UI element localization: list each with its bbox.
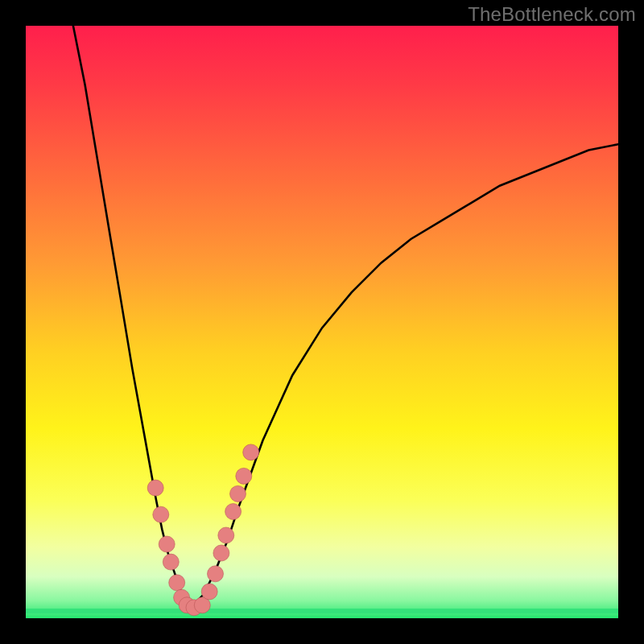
plot-area (26, 26, 618, 618)
svg-point-14 (218, 527, 234, 543)
left-branch (73, 26, 192, 606)
svg-point-11 (201, 584, 217, 600)
svg-point-16 (230, 485, 246, 502)
curve-layer (26, 26, 618, 618)
svg-point-3 (153, 506, 169, 522)
svg-point-6 (169, 575, 185, 591)
svg-point-5 (163, 554, 179, 570)
svg-point-13 (213, 545, 229, 561)
watermark-text: TheBottleneck.com (468, 3, 636, 26)
svg-point-17 (236, 468, 252, 484)
svg-point-12 (208, 566, 224, 582)
chart-frame: TheBottleneck.com (0, 0, 644, 644)
svg-point-4 (159, 536, 175, 552)
svg-point-15 (225, 504, 242, 520)
svg-point-18 (243, 444, 259, 460)
highlight-dots (147, 444, 259, 616)
svg-point-2 (147, 480, 163, 496)
right-branch (192, 144, 618, 606)
